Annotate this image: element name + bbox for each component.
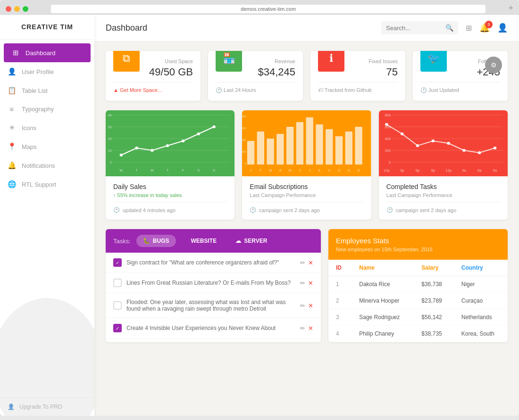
task-checkbox-3[interactable] bbox=[113, 301, 122, 310]
stats-row: ⧉ Used Space 49/50 GB ▲ Get More Space..… bbox=[106, 51, 508, 101]
task-checkbox-2[interactable] bbox=[113, 279, 122, 287]
chart-body-completed-tasks: Completed Tasks Last Campaign Performanc… bbox=[379, 176, 508, 220]
task-tab-bugs[interactable]: 🐛 BUGS bbox=[136, 235, 176, 247]
svg-text:20: 20 bbox=[108, 137, 112, 141]
table-list-nav-icon: 📋 bbox=[8, 86, 16, 95]
gear-icon[interactable]: ⚙ bbox=[485, 57, 502, 74]
svg-point-71 bbox=[462, 149, 466, 152]
task-tab-server[interactable]: ☁ SERVER bbox=[229, 235, 274, 247]
upgrade-button[interactable]: 👤 Upgrade To PRO bbox=[0, 397, 94, 416]
svg-text:800: 800 bbox=[385, 113, 391, 117]
svg-point-13 bbox=[151, 149, 154, 152]
new-tab-button[interactable]: + bbox=[508, 4, 513, 14]
maps-nav-label: Maps bbox=[22, 143, 37, 150]
chart-subtitle-daily-sales: ↑ 55% increase in today sales bbox=[113, 192, 227, 198]
sidebar-item-notifications[interactable]: 🔔 Notifications bbox=[0, 156, 94, 175]
stat-footer-used-space: ▲ Get More Space... bbox=[113, 82, 193, 93]
svg-text:T: T bbox=[167, 168, 169, 173]
task-tab-website[interactable]: WEBSITE bbox=[182, 235, 224, 247]
dashboard-body: ⧉ Used Space 49/50 GB ▲ Get More Space..… bbox=[94, 41, 519, 352]
sidebar-item-icons[interactable]: ✳ Icons bbox=[0, 118, 94, 137]
search-input[interactable] bbox=[386, 25, 443, 32]
svg-point-15 bbox=[182, 140, 185, 142]
task-item: ✓ Sign contract for "What are conference… bbox=[106, 253, 321, 273]
icons-nav-icon: ✳ bbox=[8, 124, 16, 132]
search-bar[interactable]: 🔍 bbox=[381, 21, 458, 34]
user-icon[interactable]: 👤 bbox=[497, 23, 508, 33]
chart-body-email-subscriptions: Email Subscriptions Last Campaign Perfor… bbox=[242, 176, 371, 220]
svg-text:T: T bbox=[135, 168, 138, 173]
footer-icon-followers: 🕐 bbox=[420, 87, 427, 93]
task-text-2: Lines From Great Russian Literature? Or … bbox=[126, 280, 295, 286]
stat-card-fixed-issues: ℹ Fixed Issues 75 🏷 Tracked from Github bbox=[310, 51, 405, 101]
svg-text:M: M bbox=[289, 169, 292, 172]
task-edit-4[interactable]: ✏ bbox=[300, 325, 305, 332]
page-title: Dashboard bbox=[106, 23, 381, 33]
notification-badge: 5 bbox=[485, 21, 493, 28]
svg-rect-37 bbox=[277, 134, 284, 165]
stat-footer-text-used-space: Get More Space... bbox=[120, 87, 162, 93]
employees-subtitle: New employees on 15th September, 2016 bbox=[336, 247, 500, 252]
upgrade-label: Upgrade To PRO bbox=[19, 404, 62, 410]
task-checkbox-4[interactable]: ✓ bbox=[113, 324, 122, 332]
svg-point-16 bbox=[197, 132, 201, 135]
close-button[interactable] bbox=[6, 6, 11, 12]
svg-text:0: 0 bbox=[389, 160, 391, 165]
sidebar-item-user-profile[interactable]: 👤 User Profile bbox=[0, 62, 94, 81]
svg-rect-0 bbox=[106, 110, 234, 176]
task-delete-3[interactable]: ✕ bbox=[308, 302, 313, 309]
employee-salary: $23,789 bbox=[414, 293, 453, 309]
table-row: 3Sage Rodriguez$56,142Netherlands bbox=[328, 309, 508, 326]
grid-icon[interactable]: ⊞ bbox=[466, 24, 472, 33]
svg-text:A: A bbox=[318, 169, 321, 172]
svg-text:S: S bbox=[197, 168, 200, 173]
svg-text:M: M bbox=[269, 169, 272, 172]
chart-footer-daily-sales: 🕐 updated 4 minutes ago bbox=[113, 202, 227, 213]
sidebar-item-typography[interactable]: ≡ Typography bbox=[0, 100, 94, 118]
svg-text:10: 10 bbox=[108, 148, 112, 153]
employees-table: IDNameSalaryCountry 1Dakota Rice$36,738N… bbox=[328, 260, 508, 342]
table-row: 1Dakota Rice$36,738Niger bbox=[328, 276, 508, 293]
svg-text:600: 600 bbox=[242, 126, 246, 130]
svg-text:S: S bbox=[213, 168, 215, 173]
sidebar-item-dashboard[interactable]: ⊞ Dashboard bbox=[4, 43, 91, 62]
svg-point-11 bbox=[120, 154, 123, 156]
sidebar-item-table-list[interactable]: 📋 Table List bbox=[0, 81, 94, 100]
task-actions-4: ✏ ✕ bbox=[300, 325, 313, 332]
sidebar-item-maps[interactable]: 📍 Maps bbox=[0, 137, 94, 156]
svg-rect-49 bbox=[335, 136, 343, 165]
svg-text:9p: 9p bbox=[431, 168, 435, 173]
notifications-button[interactable]: 🔔 5 bbox=[479, 23, 490, 33]
employees-header: Employees Stats New employees on 15th Se… bbox=[328, 229, 508, 260]
sidebar-item-rtl-support[interactable]: 🌐 RTL Support bbox=[0, 175, 94, 194]
employee-name: Philip Chaney bbox=[352, 326, 414, 342]
task-edit-2[interactable]: ✏ bbox=[300, 280, 305, 287]
stat-icon-fixed-issues: ℹ bbox=[318, 51, 344, 72]
minimize-button[interactable] bbox=[14, 6, 20, 12]
stat-card-top: ⧉ Used Space 49/50 GB bbox=[113, 58, 193, 78]
alert-icon: ▲ bbox=[113, 87, 118, 93]
task-edit-3[interactable]: ✏ bbox=[300, 302, 305, 309]
task-edit-1[interactable]: ✏ bbox=[300, 259, 305, 266]
svg-rect-39 bbox=[286, 127, 293, 165]
task-delete-4[interactable]: ✕ bbox=[308, 325, 313, 332]
server-icon: ☁ bbox=[235, 238, 241, 244]
task-checkbox-1[interactable]: ✓ bbox=[113, 258, 122, 267]
employees-title: Employees Stats bbox=[336, 237, 500, 245]
stat-info-used-space: Used Space 49/50 GB bbox=[140, 58, 193, 78]
clock-icon: 🕐 bbox=[113, 207, 120, 213]
chart-header-email-subscriptions: 8006004002000 JFMAMJJASOND bbox=[242, 110, 371, 176]
svg-text:6p: 6p bbox=[415, 168, 419, 173]
rtl-support-nav-icon: 🌐 bbox=[8, 180, 16, 189]
url-bar[interactable]: demos.creative-tim.com bbox=[51, 5, 486, 13]
chart-header-daily-sales: 403020100 MTWTFSS bbox=[106, 110, 234, 176]
svg-text:200: 200 bbox=[385, 148, 391, 153]
maximize-button[interactable] bbox=[23, 6, 28, 12]
task-delete-1[interactable]: ✕ bbox=[308, 259, 313, 266]
svg-text:3a: 3a bbox=[462, 168, 466, 173]
employees-card: Employees Stats New employees on 15th Se… bbox=[328, 229, 508, 342]
task-delete-2[interactable]: ✕ bbox=[308, 280, 313, 287]
task-item: Lines From Great Russian Literature? Or … bbox=[106, 273, 321, 293]
employee-id: 3 bbox=[328, 309, 352, 326]
stat-info-fixed-issues: Fixed Issues 75 bbox=[344, 58, 398, 78]
